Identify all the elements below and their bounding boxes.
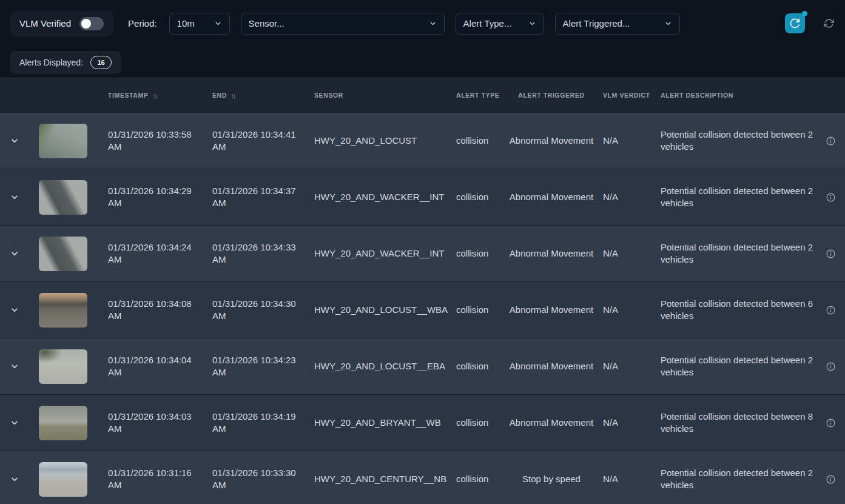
chevron-down-icon (214, 19, 222, 27)
table-row: 01/31/2026 10:34:04 AM 01/31/2026 10:34:… (0, 338, 845, 395)
table-row: 01/31/2026 10:33:58 AM 01/31/2026 10:34:… (0, 113, 845, 169)
column-header-sensor: Sensor (308, 91, 450, 101)
chevron-down-icon (10, 362, 19, 371)
sensor-cell: HWY_20_AND_WACKER__INT (308, 247, 450, 260)
alerts-count-badge: 16 (90, 56, 112, 69)
info-circle-icon (826, 474, 836, 485)
vlm-verdict-cell: N/A (597, 247, 655, 260)
timestamp-cell: 01/31/2026 10:34:24 AM (97, 241, 206, 266)
alert-triggered-cell: Abnormal Movement (506, 417, 597, 429)
alert-triggered-cell: Abnormal Movement (506, 135, 597, 147)
camera-thumbnail[interactable] (39, 406, 87, 440)
alerts-displayed-box: Alerts Displayed: 16 (10, 51, 121, 74)
timestamp-cell: 01/31/2026 10:34:29 AM (97, 185, 206, 210)
row-info-button[interactable] (816, 192, 845, 203)
table-row: 01/31/2026 10:34:29 AM 01/31/2026 10:34:… (0, 169, 845, 226)
info-circle-icon (826, 305, 836, 315)
column-header-vlm-verdict: VLM Verdict (597, 91, 655, 101)
period-select[interactable]: 10m (169, 13, 230, 35)
alert-triggered-cell: Abnormal Movement (506, 247, 597, 260)
camera-thumbnail[interactable] (39, 124, 87, 158)
alerts-displayed-bar: Alerts Displayed: 16 (0, 47, 845, 78)
sensor-cell: HWY_20_AND_LOCUST (308, 135, 450, 147)
alert-triggered-select-value: Alert Triggered... (563, 18, 630, 29)
period-select-value: 10m (177, 18, 195, 29)
sensor-cell: HWY_20_AND_CENTURY__NB (308, 473, 450, 485)
camera-thumbnail[interactable] (39, 293, 87, 328)
info-circle-icon (826, 249, 836, 259)
camera-thumbnail[interactable] (39, 180, 87, 215)
chevron-down-icon (10, 136, 19, 145)
sensor-select[interactable]: Sensor... (241, 13, 445, 35)
info-circle-icon (826, 136, 836, 146)
rerun-scan-button[interactable] (785, 13, 805, 33)
row-info-button[interactable] (816, 361, 845, 372)
alert-type-cell: collision (450, 135, 506, 147)
column-header-alert-type: Alert Type (450, 91, 506, 101)
vlm-verdict-cell: N/A (597, 360, 655, 372)
alert-type-cell: collision (450, 247, 506, 260)
row-info-button[interactable] (816, 474, 845, 485)
alert-type-cell: collision (450, 360, 506, 372)
notification-dot (802, 11, 807, 16)
alert-description-cell: Potential collision detected between 2 v… (655, 241, 816, 266)
expand-row-button[interactable] (0, 136, 29, 145)
camera-thumbnail[interactable] (39, 237, 87, 271)
alert-type-select-value: Alert Type... (463, 18, 512, 29)
sensor-cell: HWY_20_AND_BRYANT__WB (308, 417, 450, 429)
vlm-verified-toggle[interactable] (79, 17, 104, 30)
expand-row-button[interactable] (0, 362, 29, 371)
alert-triggered-cell: Abnormal Movement (506, 191, 597, 203)
rotate-cw-icon (790, 18, 800, 29)
alert-triggered-cell: Abnormal Movement (506, 360, 597, 372)
end-cell: 01/31/2026 10:34:41 AM (206, 129, 308, 153)
camera-thumbnail[interactable] (39, 462, 87, 497)
timestamp-cell: 01/31/2026 10:33:58 AM (97, 129, 206, 153)
chevron-down-icon (10, 418, 19, 427)
column-header-timestamp: Timestamp ↑↓ (97, 90, 206, 102)
toggle-knob (81, 19, 91, 29)
end-cell: 01/31/2026 10:34:19 AM (206, 411, 308, 435)
row-info-button[interactable] (816, 305, 845, 315)
camera-thumbnail[interactable] (39, 349, 87, 384)
alert-type-cell: collision (450, 304, 506, 316)
end-cell: 01/31/2026 10:34:37 AM (206, 185, 308, 210)
chevron-down-icon (10, 249, 19, 258)
vlm-verified-label: VLM Verified (19, 18, 71, 29)
alert-triggered-select[interactable]: Alert Triggered... (555, 13, 680, 35)
vlm-verdict-cell: N/A (597, 304, 655, 316)
row-info-button[interactable] (816, 418, 845, 428)
vlm-verdict-cell: N/A (597, 417, 655, 429)
timestamp-cell: 01/31/2026 10:34:04 AM (97, 354, 206, 379)
vlm-verified-control: VLM Verified (10, 11, 113, 36)
sensor-cell: HWY_20_AND_LOCUST__WBA (308, 304, 450, 316)
column-header-end: End ↑↓ (206, 90, 308, 102)
column-header-alert-description: Alert Description (655, 91, 816, 101)
info-circle-icon (826, 192, 836, 203)
alerts-displayed-label: Alerts Displayed: (19, 58, 83, 67)
alert-type-select[interactable]: Alert Type... (456, 13, 544, 35)
vlm-verdict-cell: N/A (597, 473, 655, 485)
top-toolbar: VLM Verified Period: 10m Sensor... Alert… (0, 0, 845, 47)
expand-row-button[interactable] (0, 193, 29, 201)
alert-description-cell: Potential collision detected between 2 v… (655, 185, 816, 210)
alert-triggered-cell: Stop by speed (506, 473, 597, 485)
table-row: 01/31/2026 10:34:08 AM 01/31/2026 10:34:… (0, 282, 845, 338)
info-circle-icon (826, 418, 836, 428)
sort-icon[interactable]: ↑↓ (231, 90, 237, 102)
row-info-button[interactable] (816, 249, 845, 259)
end-cell: 01/31/2026 10:34:33 AM (206, 241, 308, 266)
expand-row-button[interactable] (0, 249, 29, 258)
table-row: 01/31/2026 10:31:16 AM 01/31/2026 10:33:… (0, 451, 845, 504)
timestamp-cell: 01/31/2026 10:34:03 AM (97, 411, 206, 435)
alert-type-cell: collision (450, 191, 506, 203)
sort-icon[interactable]: ↑↓ (152, 90, 158, 102)
expand-row-button[interactable] (0, 475, 29, 483)
chevron-down-icon (528, 19, 536, 27)
end-cell: 01/31/2026 10:33:30 AM (206, 467, 308, 492)
refresh-button[interactable] (822, 17, 835, 30)
alert-description-cell: Potential collision detected between 2 v… (655, 467, 816, 492)
expand-row-button[interactable] (0, 418, 29, 427)
row-info-button[interactable] (816, 136, 845, 146)
expand-row-button[interactable] (0, 306, 29, 314)
